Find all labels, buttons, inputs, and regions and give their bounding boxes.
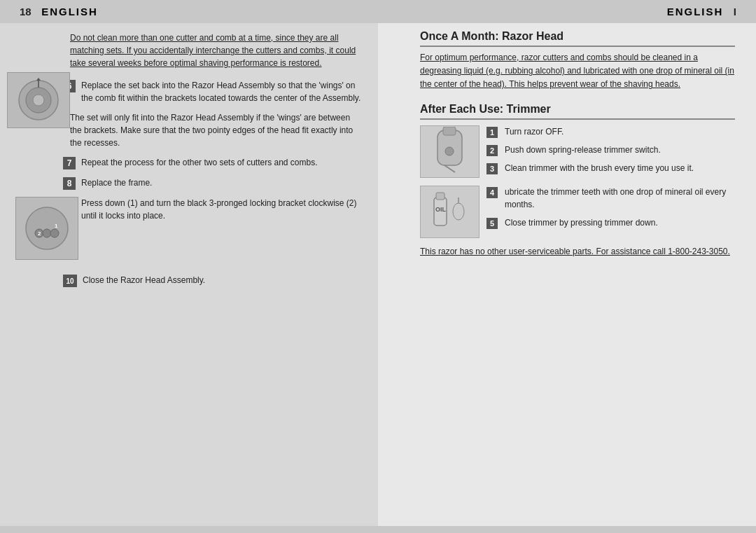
right-step-3: 3 Clean trimmer with the brush every tim… (486, 162, 735, 174)
svg-text:2: 2 (38, 230, 41, 237)
section1-body: For optimum performance, razor cutters a… (420, 51, 735, 92)
step-7-block: 7 Repeat the process for the other two s… (63, 156, 364, 169)
svg-point-2 (33, 95, 44, 106)
right-steps-1-3: 1 Turn razor OFF. 2 Push down spring-rel… (486, 125, 735, 180)
step-6-block: 6 Replace the set back into the Razor He… (63, 79, 364, 104)
right-step-1: 1 Turn razor OFF. (486, 125, 735, 138)
right-steps-4-5: 4 ubricate the trimmer teeth with one dr… (486, 186, 735, 238)
svg-point-18 (453, 203, 464, 220)
svg-line-13 (444, 165, 455, 172)
svg-marker-4 (36, 78, 41, 81)
header-right: ENGLISH I (667, 6, 736, 18)
section-after-each-use: After Each Use: Trimmer (420, 103, 735, 258)
razor-head-image-2: 2 1 (15, 197, 78, 260)
step-8-block: 8 Replace the frame. (63, 176, 364, 190)
trimmer-image-area: 1 Turn razor OFF. 2 Push down spring-rel… (420, 125, 735, 180)
svg-point-14 (445, 147, 454, 155)
step-9-block: 9 Press down (1) and turn the black 3-pr… (63, 197, 364, 222)
right-step-3-num: 3 (486, 163, 498, 174)
right-step-4-num: 4 (486, 187, 498, 198)
step-10-block: 10 Close the Razor Head Assembly. (63, 274, 364, 287)
right-step-1-text: Turn razor OFF. (505, 125, 564, 138)
svg-text:OIL: OIL (435, 206, 447, 213)
step-7-num: 7 (63, 157, 76, 169)
header-right-label: ENGLISH (667, 6, 724, 18)
right-step-1-num: 1 (486, 127, 498, 138)
svg-rect-16 (436, 193, 444, 200)
right-step-4: 4 ubricate the trimmer teeth with one dr… (486, 186, 735, 211)
footer-text: This razor has no other user-serviceable… (420, 245, 735, 258)
section-once-month: Once A Month: Razor Head For optimum per… (420, 30, 735, 92)
left-panel: Do not clean more than one cutter and co… (0, 23, 378, 526)
step-7-text: Repeat the process for the other two set… (81, 156, 318, 169)
page-container: 18 ENGLISH ENGLISH I (0, 0, 756, 533)
page-number: 18 (20, 6, 31, 18)
intro-text: Do not clean more than one cutter and co… (70, 32, 364, 69)
step-10-num: 10 (63, 275, 77, 287)
paragraph-1: The set will only fit into the Razor Hea… (70, 111, 364, 149)
svg-point-7 (43, 229, 51, 237)
svg-rect-12 (443, 127, 456, 135)
right-step-5: 5 Close trimmer by pressing trimmer down… (486, 216, 735, 229)
right-step-2: 2 Push down spring-release trimmer switc… (486, 144, 735, 156)
right-step-2-text: Push down spring-release trimmer switch. (505, 144, 661, 156)
step-10-text: Close the Razor Head Assembly. (83, 274, 205, 286)
razor-head-image-1 (7, 72, 70, 128)
section1-title: Once A Month: Razor Head (420, 30, 735, 47)
right-step-5-num: 5 (486, 218, 498, 229)
right-panel: Once A Month: Razor Head For optimum per… (378, 23, 756, 526)
trimmer-image-1 (420, 125, 479, 178)
header: 18 ENGLISH ENGLISH I (0, 0, 756, 23)
step-9-text: Press down (1) and turn the black 3-pron… (81, 197, 364, 222)
header-left-label: ENGLISH (41, 6, 98, 18)
section2-title: After Each Use: Trimmer (420, 103, 735, 120)
oil-image: OIL (420, 186, 479, 238)
header-right-page: I (734, 6, 736, 18)
svg-point-8 (50, 229, 59, 237)
oil-image-area: OIL 4 ubricate the trimmer teeth with on… (420, 186, 735, 238)
step-8-num: 8 (63, 177, 76, 190)
svg-point-5 (26, 207, 68, 249)
header-left: 18 ENGLISH (20, 6, 98, 18)
main-content: Do not clean more than one cutter and co… (0, 23, 756, 533)
svg-text:1: 1 (55, 223, 58, 229)
step-6-text: Replace the set back into the Razor Head… (81, 79, 364, 104)
right-step-4-text: ubricate the trimmer teeth with one drop… (505, 186, 735, 211)
right-step-2-num: 2 (486, 145, 498, 156)
right-step-3-text: Clean trimmer with the brush every time … (505, 162, 694, 174)
right-step-5-text: Close trimmer by pressing trimmer down. (505, 216, 658, 229)
step-8-text: Replace the frame. (81, 176, 152, 189)
